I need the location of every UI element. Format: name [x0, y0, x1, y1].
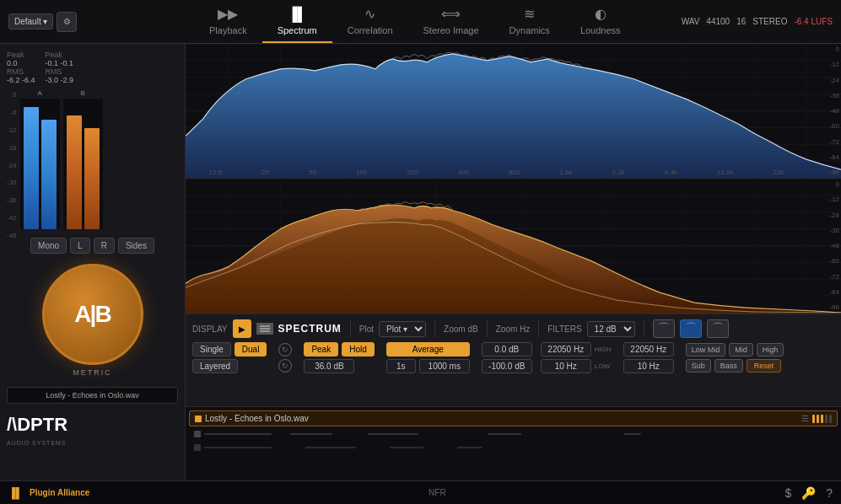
refresh-icon-2[interactable]: ↻: [278, 359, 292, 373]
file-name-active: Lostly - Echoes in Oslo.wav: [205, 414, 798, 423]
filename-text: Lostly - Echoes in Oslo.wav: [46, 391, 139, 399]
low-mid-filter-btn[interactable]: Low Mid: [686, 343, 726, 357]
file-bars-3: [204, 447, 482, 448]
control-bar: DISPLAY ▶ SPECTRUM Plot Plot ▾ Zoom dB Z…: [186, 314, 841, 406]
loudness-icon: ◐: [595, 6, 606, 22]
right-panel: 0 -12 -24 -36 -48 -60 -72 -84 -96 12.5 2…: [186, 44, 841, 480]
ch-b-right-bar: [84, 128, 100, 229]
hold-button[interactable]: Hold: [342, 342, 375, 357]
db36-input[interactable]: [304, 359, 354, 373]
right-button[interactable]: R: [94, 238, 115, 254]
high-filter-btn[interactable]: High: [757, 343, 784, 357]
filter-labels-group: Low Mid Mid High Sub Bass Reset: [686, 343, 784, 373]
sides-button[interactable]: Sides: [118, 238, 154, 254]
refresh-icon-1[interactable]: ↻: [278, 343, 292, 357]
adptr-logo: /\DPTR AUDIO SYSTEMS: [7, 409, 178, 449]
ch-a-peak: 0.0: [7, 59, 35, 67]
play-button[interactable]: ▶: [233, 319, 251, 338]
help-icon[interactable]: ?: [826, 486, 833, 500]
file-bars-2: [204, 433, 641, 435]
spectrum-svg-a: [186, 44, 841, 178]
ms1000-input[interactable]: [419, 359, 470, 373]
ctrl-row-2: Single Dual Layered ↻ ↻ Peak Hold: [192, 342, 834, 373]
tab-stereo-image[interactable]: ⟺ Stereo Image: [408, 0, 494, 43]
bass-filter-btn[interactable]: Bass: [714, 359, 743, 373]
low-hz-input[interactable]: [623, 359, 674, 373]
separator-3: [487, 320, 488, 337]
ch-a-meter: A: [20, 89, 60, 233]
hamburger-icon: [260, 324, 270, 333]
peak-row: Peak Hold: [304, 342, 374, 357]
filter-lowshelf-btn[interactable]: ⌒: [653, 319, 675, 338]
average-button[interactable]: Average: [386, 342, 470, 357]
file-bars-active: [812, 415, 832, 423]
mid-filter-btn[interactable]: Mid: [729, 343, 753, 357]
single-button[interactable]: Single: [192, 342, 231, 357]
high-hz-input[interactable]: [623, 342, 674, 357]
left-button[interactable]: L: [70, 238, 90, 254]
file-color-active: [195, 416, 202, 422]
tab-loudness-label: Loudness: [580, 25, 621, 35]
svg-text:/\DPTR: /\DPTR: [7, 414, 67, 435]
dollar-icon[interactable]: $: [784, 486, 791, 500]
separator-2: [434, 320, 435, 337]
tab-spectrum[interactable]: ▐▌ Spectrum: [262, 0, 332, 43]
layered-button[interactable]: Layered: [192, 359, 238, 373]
dual-button[interactable]: Dual: [235, 342, 267, 357]
plot-select[interactable]: Plot ▾: [379, 321, 426, 337]
ab-text: A|B: [74, 301, 110, 328]
filter-labels-row2: Sub Bass Reset: [686, 359, 784, 373]
bottom-bar: ▐▌ Plugin Alliance NFR $ 🔑 ?: [0, 480, 841, 504]
settings-button[interactable]: ⚙: [57, 12, 77, 32]
playback-icon: ▶▶: [218, 6, 238, 22]
zoom-db-input[interactable]: [482, 342, 532, 357]
tab-loudness[interactable]: ◐ Loudness: [565, 0, 636, 43]
sub-filter-btn[interactable]: Sub: [686, 359, 711, 373]
filter-labels-row: Low Mid Mid High: [686, 343, 784, 357]
metric-label: METRIC: [73, 368, 112, 377]
zoom-hz-low-row: LOW: [541, 359, 612, 373]
key-icon[interactable]: 🔑: [801, 486, 816, 500]
rms-label: RMS: [7, 67, 35, 76]
time-1s-input[interactable]: [386, 359, 416, 373]
mono-button[interactable]: Mono: [30, 238, 67, 254]
zoom-hz-input[interactable]: [541, 342, 591, 357]
file-item-2[interactable]: [189, 428, 838, 440]
peak-button[interactable]: Peak: [304, 342, 338, 357]
spectrum-svg-b: [186, 179, 841, 313]
tab-playback[interactable]: ▶▶ Playback: [194, 0, 262, 43]
peak-label: Peak: [7, 51, 35, 59]
separator-4: [538, 320, 539, 337]
reset-button[interactable]: Reset: [747, 359, 782, 373]
meter-bars-container: 0 -6 -12 -18 -24 -30 -36 -42 -48 A B: [7, 89, 178, 233]
file-item-3[interactable]: [189, 442, 838, 453]
tab-correlation[interactable]: ∿ Correlation: [332, 0, 408, 43]
lufs-label: -6.4 LUFS: [794, 17, 833, 26]
db-minus100-input[interactable]: [482, 359, 532, 373]
filter-highshelf-btn[interactable]: ⌒: [707, 319, 729, 338]
zoom-db-label: Zoom dB: [444, 324, 478, 334]
zoom-arrows: HIGH LOW: [541, 342, 612, 373]
logo-name: /\DPTR: [7, 412, 74, 440]
tab-stereo-label: Stereo Image: [423, 25, 479, 35]
ch-b-values: Peak -0.1 -0.1 RMS -3.0 -2.9: [46, 51, 74, 84]
zoom-hz-low-input[interactable]: [541, 359, 591, 373]
refresh-icons: ↻ ↻: [278, 343, 292, 373]
filename-display: Lostly - Echoes in Oslo.wav: [7, 387, 178, 404]
channel-buttons: Mono L R Sides: [7, 238, 178, 254]
ch-a-values: Peak 0.0 RMS -6.2 -6.4: [7, 51, 35, 84]
filter-bandpass-btn[interactable]: ⌒: [680, 319, 702, 338]
separator-5: [644, 320, 644, 337]
filters-select[interactable]: 12 dB: [587, 321, 635, 337]
sample-rate-label: 44100: [706, 17, 730, 26]
hz-low-row: [623, 359, 674, 373]
file-color-2: [194, 431, 201, 437]
menu-icon[interactable]: [256, 323, 273, 335]
preset-dropdown[interactable]: Default ▾: [8, 13, 53, 29]
ab-button[interactable]: A|B: [42, 264, 143, 365]
file-item-active[interactable]: Lostly - Echoes in Oslo.wav ☰: [189, 410, 838, 426]
tab-dynamics[interactable]: ≋ Dynamics: [494, 0, 565, 43]
file-menu-icon[interactable]: ☰: [801, 414, 809, 423]
mode-buttons: Single Dual Layered: [192, 342, 267, 373]
codec-label: WAV: [682, 17, 700, 26]
